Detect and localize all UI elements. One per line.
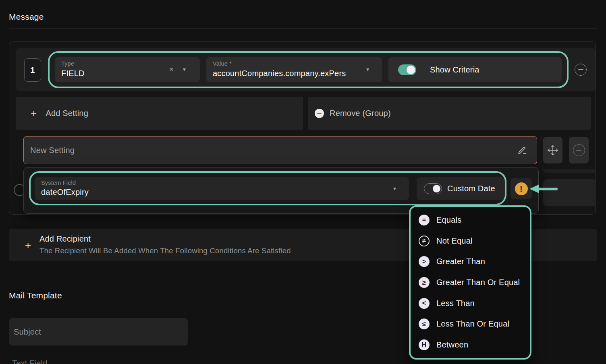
menu-item-between[interactable]: H Between <box>419 335 530 355</box>
chevron-down-icon[interactable]: ▾ <box>183 66 186 72</box>
chevron-down-icon[interactable]: ▾ <box>366 66 369 72</box>
value-value: accountCompanies.company.exPers <box>213 69 356 78</box>
minus-icon <box>578 69 583 70</box>
remove-condition-button[interactable] <box>575 64 587 76</box>
menu-item-label: Less Than Or Equal <box>436 319 509 329</box>
warning-icon[interactable]: ! <box>515 182 528 195</box>
new-setting-input[interactable] <box>30 136 514 164</box>
custom-date-control: Custom Date <box>417 177 505 200</box>
operator-menu: = Equals ≠ Not Equal > Greater Than ≥ Gr… <box>409 205 531 360</box>
less-than-icon: < <box>419 298 430 309</box>
menu-item-label: Less Than <box>436 299 475 308</box>
not-equal-icon: ≠ <box>419 236 430 246</box>
menu-item-label: Not Equal <box>436 236 473 246</box>
value-dropdown[interactable]: Value * accountCompanies.company.exPers … <box>206 57 382 82</box>
text-field-label: Text Field <box>12 359 48 364</box>
menu-item-not-equal[interactable]: ≠ Not Equal <box>419 231 530 251</box>
minus-circle-icon <box>573 144 585 156</box>
chevron-down-icon[interactable]: ▾ <box>393 185 396 192</box>
system-field-label: System Field <box>41 180 76 186</box>
menu-item-less-than[interactable]: < Less Than <box>419 293 530 313</box>
show-criteria-toggle[interactable] <box>398 64 416 75</box>
new-setting-field[interactable] <box>23 136 537 164</box>
hidden-background-row <box>543 169 596 173</box>
greater-than-icon: > <box>419 256 430 267</box>
menu-item-greater-than-or-equal[interactable]: ≥ Greater Than Or Equal <box>419 273 530 293</box>
equals-icon: = <box>419 215 430 225</box>
menu-item-label: Between <box>436 340 468 350</box>
condition-index-badge: 1 <box>24 58 41 82</box>
subject-field[interactable] <box>9 318 188 345</box>
add-recipient-subtitle: The Recipient Will Be Added When The Fol… <box>39 246 291 255</box>
custom-date-label: Custom Date <box>447 184 495 193</box>
menu-item-label: Greater Than <box>436 257 485 266</box>
annotation-arrow-icon <box>529 183 558 194</box>
show-criteria-control: Show Criteria <box>388 57 562 82</box>
type-label: Type <box>61 60 74 67</box>
divider <box>9 29 597 29</box>
type-value: FIELD <box>61 69 85 78</box>
subject-input[interactable] <box>14 318 183 345</box>
menu-item-equals[interactable]: = Equals <box>419 210 530 230</box>
custom-date-toggle[interactable] <box>424 183 442 194</box>
show-criteria-label: Show Criteria <box>430 65 479 74</box>
remove-group-label: Remove (Group) <box>330 109 391 118</box>
section-title-mail-template: Mail Template <box>9 291 62 300</box>
menu-item-greater-than[interactable]: > Greater Than <box>419 252 530 272</box>
workflow-editor: Message 1 Type FIELD × ▾ Value * account… <box>0 0 606 364</box>
menu-item-label: Greater Than Or Equal <box>436 278 520 287</box>
add-setting-button[interactable]: + Add Setting <box>16 97 303 130</box>
toggle-thumb <box>407 66 415 74</box>
add-recipient-title: Add Recipient <box>39 234 91 244</box>
value-label: Value * <box>213 60 232 67</box>
menu-item-less-than-or-equal[interactable]: ≤ Less Than Or Equal <box>419 314 530 334</box>
clear-icon[interactable]: × <box>169 65 174 74</box>
system-field-value: dateOfExpiry <box>41 188 89 197</box>
edit-pen-icon[interactable] <box>517 145 527 155</box>
toggle-thumb <box>433 185 440 192</box>
section-title-message: Message <box>9 12 44 22</box>
plus-icon: + <box>25 240 31 250</box>
greater-than-or-equal-icon: ≥ <box>419 277 430 288</box>
remove-group-button[interactable]: Remove (Group) <box>308 97 591 130</box>
minus-circle-icon <box>315 109 324 118</box>
less-than-or-equal-icon: ≤ <box>419 318 430 329</box>
add-setting-label: Add Setting <box>46 109 88 118</box>
type-dropdown[interactable]: Type FIELD × ▾ <box>55 57 200 82</box>
remove-setting-button[interactable] <box>569 137 589 163</box>
between-icon: H <box>419 339 430 350</box>
plus-icon: + <box>31 108 37 118</box>
menu-item-label: Equals <box>436 215 461 225</box>
move-icon <box>547 145 558 156</box>
system-field-dropdown[interactable]: System Field dateOfExpiry ▾ <box>35 177 409 200</box>
move-setting-button[interactable] <box>543 137 562 163</box>
